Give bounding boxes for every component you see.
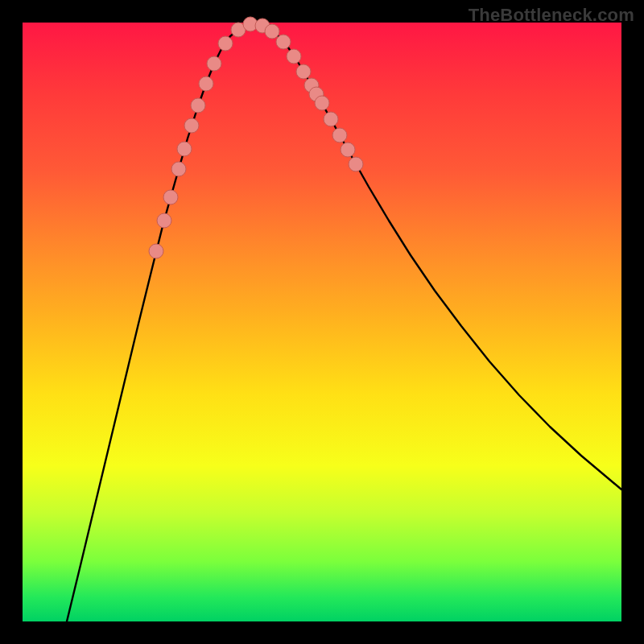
data-dot (184, 118, 199, 133)
chart-frame: TheBottleneck.com (0, 0, 644, 644)
data-dot (324, 112, 338, 126)
data-dot (341, 142, 355, 157)
data-dot (332, 128, 347, 142)
data-dot (163, 190, 178, 204)
data-dot (276, 35, 291, 49)
data-dots (23, 23, 621, 621)
data-dot (349, 157, 363, 171)
data-dot (207, 56, 221, 71)
data-dot (157, 213, 171, 228)
data-dot (218, 36, 233, 51)
data-dot (287, 49, 301, 64)
data-dot (171, 162, 186, 176)
data-dot (149, 244, 163, 258)
data-dot (315, 96, 329, 110)
data-dot (191, 98, 205, 113)
data-dot (265, 24, 279, 39)
data-dot (199, 76, 213, 91)
data-dot (177, 142, 192, 156)
data-dot (296, 64, 311, 79)
